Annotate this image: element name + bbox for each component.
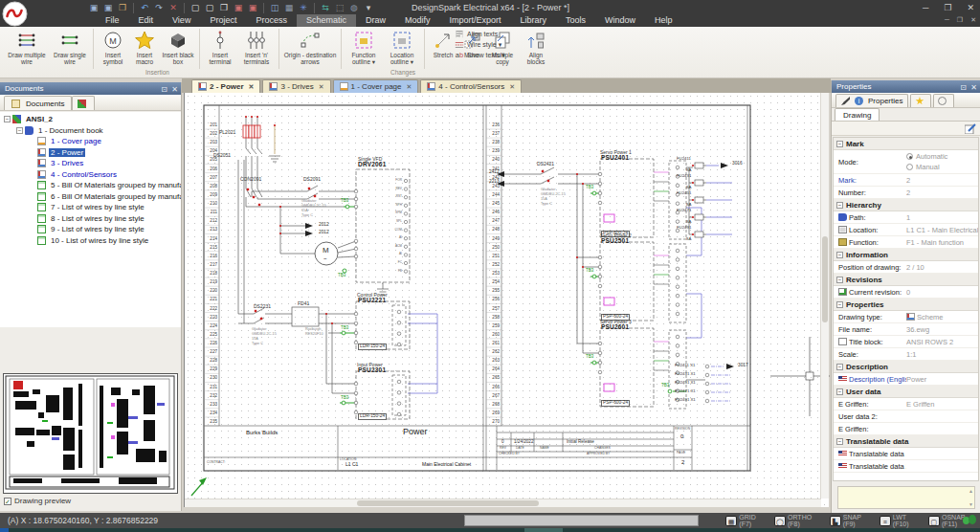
prop-row-number-[interactable]: Number:2 (834, 187, 978, 199)
web-icon[interactable]: ◍ (348, 3, 360, 13)
redo-icon[interactable]: ↷ (153, 3, 165, 13)
section-properties[interactable]: −Properties (834, 299, 978, 311)
radio-manual[interactable]: Manual (906, 163, 947, 171)
prop-row-location-[interactable]: Location:L1 C1 - Main Electrical Cab (834, 224, 978, 236)
close-tab-icon[interactable]: ✕ (406, 83, 412, 91)
doc-tab-3-drives[interactable]: 3 - Drives✕ (262, 79, 330, 93)
insert-terminal-button[interactable]: Insert terminal (203, 28, 237, 70)
scroll-down-icon[interactable]: ▼ (969, 501, 973, 507)
tree-item-10-list-of-wires-by-line-style[interactable]: 10 - List of wires by line style (0, 235, 181, 247)
menu-library[interactable]: Library (511, 14, 557, 27)
tab-symbols[interactable] (72, 96, 95, 110)
close-tab-icon[interactable]: ✕ (319, 83, 324, 91)
radio-automatic[interactable]: Automatic (906, 152, 947, 161)
tree-item-9-list-of-wires-by-line-style[interactable]: 9 - List of wires by line style (0, 224, 181, 235)
collapse-icon[interactable]: − (836, 141, 843, 147)
section-mark[interactable]: −Mark (834, 138, 978, 150)
prop-row-scale-[interactable]: Scale:1:1 (834, 348, 978, 361)
toggle-ortho[interactable]: ◯ORTHO (F8) (774, 514, 824, 527)
prop-row-mode-[interactable]: Mode:AutomaticManual (834, 150, 978, 174)
expander-icon[interactable]: − (16, 127, 23, 134)
selection-box-icon[interactable]: ⬚ (334, 3, 345, 13)
draw-multiple-wire-button[interactable]: Draw multiple wire (4, 28, 50, 70)
horizontal-scrollbar[interactable] (185, 499, 821, 507)
align-texts-button[interactable]: Align texts (455, 30, 505, 38)
pin-icon[interactable]: ⊡ (161, 83, 167, 96)
insert-macro-button[interactable]: Insert macro (129, 28, 160, 70)
window-cascade-icon[interactable]: ▣ (102, 3, 114, 13)
toggle-grid[interactable]: ▦GRID (F7) (725, 514, 768, 527)
insert-n-terminals-button[interactable]: Insert 'n' terminals (237, 28, 276, 70)
message-box[interactable]: ▲ ▼ (837, 486, 975, 509)
close-tab-icon[interactable]: ✕ (249, 83, 255, 91)
share-icon[interactable]: ⇆ (320, 3, 331, 13)
tree-item-7-list-of-wires-by-line-style[interactable]: 7 - List of wires by line style (0, 202, 181, 213)
customize-dropdown-icon[interactable]: ▾ (363, 3, 374, 13)
menu-tools[interactable]: Tools (556, 14, 595, 27)
menu-help[interactable]: Help (645, 14, 682, 27)
menu-edit[interactable]: Edit (129, 14, 164, 27)
tree-item-2-power[interactable]: 2 - Power (0, 147, 181, 159)
menu-file[interactable]: File (96, 14, 129, 27)
tab-documents[interactable]: Documents (4, 96, 72, 110)
delete-icon[interactable]: ✕ (167, 3, 179, 13)
menu-schematic[interactable]: Schematic (297, 14, 356, 27)
insert-black-box-button[interactable]: Insert black box (160, 28, 196, 70)
mdi-minimize-button[interactable]: ─ (945, 16, 949, 24)
menu-view[interactable]: View (163, 14, 200, 27)
doc-tab-1-cover-page[interactable]: 1 - Cover page✕ (333, 79, 419, 93)
paste-special-icon[interactable]: ▣ (233, 3, 244, 13)
section-hierarchy[interactable]: −Hierarchy (834, 199, 978, 211)
prop-row-file-name-[interactable]: File name:36.ewg (834, 323, 978, 336)
origin-destination-arrows-button[interactable]: Origin - destination arrows (282, 28, 338, 70)
restore-button[interactable]: ❐ (944, 3, 951, 12)
tree-item-ansi-2[interactable]: −ANSI_2 (0, 114, 181, 125)
menu-window[interactable]: Window (595, 14, 645, 27)
mdi-close-button[interactable]: ✕ (970, 16, 976, 24)
collapse-icon[interactable]: − (836, 252, 843, 258)
image-icon[interactable]: ▦ (283, 3, 295, 13)
undo-icon[interactable]: ↶ (139, 3, 150, 13)
new-page-icon[interactable]: ▢ (189, 3, 201, 13)
section-description[interactable]: −Description (834, 361, 978, 373)
prop-row-mark-[interactable]: Mark:2 (834, 174, 978, 187)
paste-icon[interactable]: ▣ (247, 3, 258, 13)
function-outline-button[interactable]: Function outline ▾ (345, 28, 383, 70)
close-button[interactable]: ✕ (967, 3, 974, 12)
prop-row-current-revision-[interactable]: Current revision:0 (834, 286, 978, 299)
tree-item-8-list-of-wires-by-line-style[interactable]: 8 - List of wires by line style (0, 213, 181, 225)
status-input[interactable] (464, 515, 699, 526)
prop-row-description-english-[interactable]: Description (English)Power (834, 373, 978, 386)
tab-history[interactable] (933, 94, 954, 107)
draw-single-wire-button[interactable]: Draw single wire (50, 28, 90, 70)
prop-row-path-[interactable]: Path:1 (834, 211, 978, 224)
tree-item-1-document-book[interactable]: −1 - Document book (0, 125, 181, 137)
close-icon[interactable]: ✕ (171, 83, 178, 96)
toggle-lwt[interactable]: ≡LWT (F10) (880, 514, 923, 527)
section-information[interactable]: −Information (834, 249, 978, 261)
minimize-button[interactable]: ─ (923, 3, 928, 12)
prop-row-drawing-type-[interactable]: Drawing type:Scheme (834, 311, 978, 323)
doc-tab-2-power[interactable]: 2 - Power✕ (191, 79, 260, 93)
prop-row-function-[interactable]: Function:F1 - Main function (834, 236, 978, 249)
vertical-scrollbar[interactable] (820, 93, 829, 499)
tab-favorites[interactable] (910, 94, 931, 107)
close-icon[interactable]: ✕ (970, 81, 977, 94)
regenerate-icon[interactable]: ✳ (298, 3, 309, 13)
menu-importexport[interactable]: Import/Export (439, 14, 510, 27)
page-stack-icon[interactable]: ❐ (218, 3, 230, 13)
expander-icon[interactable]: − (4, 116, 11, 122)
pin-icon[interactable]: ⊡ (960, 81, 967, 94)
prop-row-e-griffen-[interactable]: E Griffen: (834, 423, 978, 435)
mdi-restore-button[interactable]: ❐ (957, 16, 963, 24)
tree-item-6-bill-of-materials-grouped-by-manufacturer[interactable]: 6 - Bill Of Materials grouped by manufac… (0, 191, 181, 203)
prop-row-user-data-2-[interactable]: User data 2: (834, 410, 978, 423)
prop-row-translatable-data-1-e[interactable]: Translatable data 1 (E (834, 448, 978, 460)
tab-properties[interactable]: i Properties (835, 94, 908, 107)
section-user-data[interactable]: −User data (834, 386, 978, 398)
prop-row-translatable-data-2-e[interactable]: Translatable data 2 (E (834, 460, 978, 473)
collapse-icon[interactable]: − (836, 202, 843, 209)
toggle-snap[interactable]: ▙SNAP (F9) (830, 514, 874, 527)
menu-draw[interactable]: Draw (356, 14, 395, 27)
tree-item-1-cover-page[interactable]: 1 - Cover page (0, 136, 181, 147)
